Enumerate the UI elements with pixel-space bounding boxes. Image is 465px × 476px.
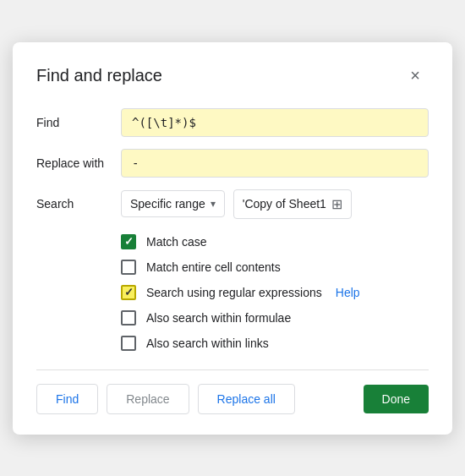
- links-row[interactable]: Also search within links: [121, 336, 429, 351]
- replace-with-input[interactable]: [121, 149, 429, 178]
- search-range-dropdown[interactable]: Specific range ▾: [121, 190, 225, 217]
- match-entire-checkbox[interactable]: [121, 260, 136, 275]
- checkmark-icon: ✓: [124, 236, 134, 247]
- sheet-range-button[interactable]: 'Copy of Sheet1 ⊞: [233, 189, 352, 219]
- formulae-label: Also search within formulae: [146, 311, 291, 325]
- replace-button: Replace: [107, 384, 189, 414]
- search-label: Search: [36, 197, 121, 211]
- find-button[interactable]: Find: [36, 384, 98, 414]
- find-label: Find: [36, 116, 121, 129]
- replace-all-button[interactable]: Replace all: [198, 384, 295, 414]
- dialog-footer: Find Replace Replace all Done: [36, 369, 429, 414]
- regex-checkbox[interactable]: ✓: [121, 285, 136, 300]
- checkboxes-section: ✓ Match case Match entire cell contents …: [121, 234, 429, 351]
- range-label: 'Copy of Sheet1: [243, 197, 326, 211]
- close-button[interactable]: ×: [402, 63, 429, 90]
- dialog-header: Find and replace ×: [36, 63, 429, 90]
- formulae-row[interactable]: Also search within formulae: [121, 310, 429, 326]
- replace-with-label: Replace with: [36, 156, 121, 170]
- match-entire-row[interactable]: Match entire cell contents: [121, 260, 429, 275]
- find-replace-dialog: Find and replace × Find Replace with Sea…: [13, 42, 452, 435]
- search-row: Search Specific range ▾ 'Copy of Sheet1 …: [36, 189, 429, 219]
- footer-left-buttons: Find Replace Replace all: [36, 384, 295, 414]
- regex-row[interactable]: ✓ Search using regular expressions Help: [121, 285, 429, 300]
- chevron-down-icon: ▾: [211, 198, 216, 210]
- find-input[interactable]: [121, 108, 429, 137]
- checkmark-icon: ✓: [124, 287, 134, 298]
- help-link[interactable]: Help: [336, 286, 360, 299]
- match-entire-label: Match entire cell contents: [146, 260, 281, 274]
- links-checkbox[interactable]: [121, 336, 136, 351]
- links-label: Also search within links: [146, 336, 269, 350]
- grid-icon: ⊞: [331, 196, 342, 212]
- done-button[interactable]: Done: [364, 385, 429, 413]
- match-case-row[interactable]: ✓ Match case: [121, 234, 429, 249]
- match-case-checkbox[interactable]: ✓: [121, 234, 136, 249]
- replace-with-row: Replace with: [36, 149, 429, 178]
- dialog-title: Find and replace: [36, 66, 162, 85]
- find-row: Find: [36, 108, 429, 137]
- match-case-label: Match case: [146, 235, 207, 249]
- dropdown-label: Specific range: [130, 197, 205, 211]
- formulae-checkbox[interactable]: [121, 310, 136, 326]
- regex-label: Search using regular expressions: [146, 286, 322, 299]
